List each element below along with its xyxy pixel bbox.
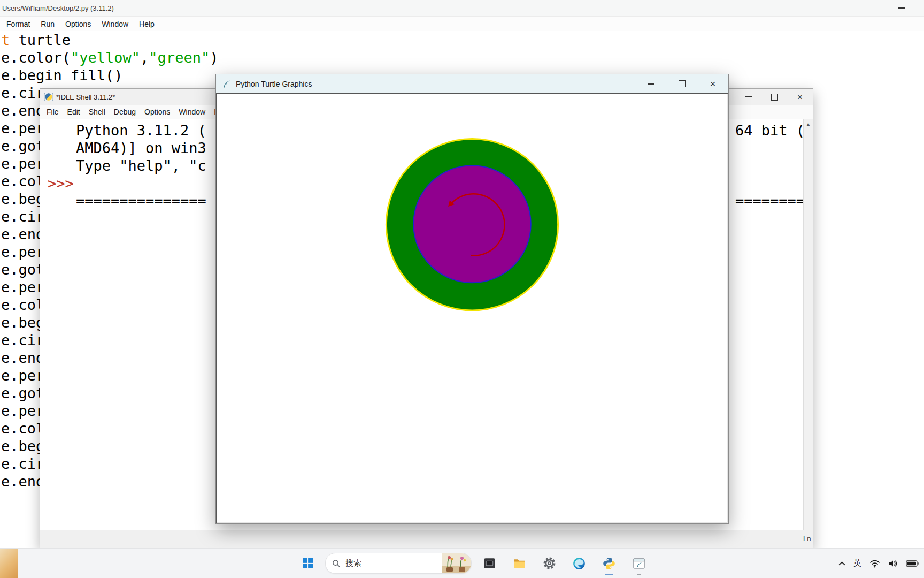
gear-icon [543, 557, 556, 570]
taskbar-icon-dark-app[interactable] [477, 551, 502, 576]
turtle-drawing [217, 94, 727, 522]
editor-menubar: FormatRunOptionsWindowHelp [0, 17, 924, 31]
tk-window-icon [632, 557, 646, 571]
taskbar-corner-widget[interactable] [0, 549, 18, 578]
volume-icon[interactable] [888, 559, 898, 568]
idle-app-icon [44, 93, 53, 101]
editor-title: Users/Wil'liam/Desktop/2.py (3.11.2) [2, 4, 114, 12]
editor-menu-format[interactable]: Format [1, 18, 35, 30]
taskbar-center: 搜索 [295, 549, 651, 578]
battery-icon[interactable] [906, 560, 919, 567]
shell-menu-window[interactable]: Window [174, 107, 210, 117]
shell-maximize-button[interactable] [761, 89, 787, 105]
running-indicator [605, 574, 613, 575]
editor-minimize-button[interactable] [890, 0, 913, 16]
editor-menu-window[interactable]: Window [96, 18, 134, 30]
start-button[interactable] [295, 551, 320, 576]
shell-menu-shell[interactable]: Shell [84, 107, 110, 117]
taskbar-icon-edge[interactable] [567, 551, 591, 576]
turtle-canvas [216, 93, 728, 523]
taskbar-icon-settings[interactable] [537, 551, 561, 576]
shell-menu-debug[interactable]: Debug [110, 107, 140, 117]
search-input[interactable]: 搜索 [345, 558, 442, 568]
windows-logo-icon [303, 558, 313, 568]
shell-line-col-status: Ln [803, 535, 811, 543]
dark-app-icon [483, 557, 496, 570]
turtle-close-button[interactable]: × [697, 74, 728, 93]
python-icon [602, 557, 616, 571]
editor-menu-run[interactable]: Run [35, 18, 60, 30]
search-highlight-image[interactable] [442, 553, 471, 573]
search-icon [332, 559, 341, 568]
shell-prompt: >>> [48, 174, 74, 192]
scroll-up-icon[interactable]: ▲ [804, 119, 813, 127]
shell-title: *IDLE Shell 3.11.2* [56, 93, 115, 101]
desktop: Users/Wil'liam/Desktop/2.py (3.11.2) For… [0, 0, 924, 578]
shell-menu-edit[interactable]: Edit [63, 107, 84, 117]
ime-language-indicator[interactable]: 英 [853, 558, 861, 568]
turtle-minimize-button[interactable] [635, 74, 666, 93]
editor-titlebar[interactable]: Users/Wil'liam/Desktop/2.py (3.11.2) [0, 0, 924, 17]
shell-menu-options[interactable]: Options [140, 107, 174, 117]
running-indicator [637, 574, 641, 575]
turtle-window-title: Python Turtle Graphics [236, 80, 312, 88]
turtle-maximize-button[interactable] [666, 74, 697, 93]
shell-close-button[interactable]: × [787, 89, 813, 105]
close-icon: × [710, 79, 715, 89]
search-box[interactable]: 搜索 [325, 553, 472, 574]
close-icon: × [797, 93, 803, 102]
shell-statusbar: Ln [40, 530, 813, 548]
taskbar: 搜索 [0, 548, 924, 578]
shell-menu-file[interactable]: File [42, 107, 63, 117]
wifi-icon[interactable] [869, 559, 880, 568]
editor-code-line: t turtle [1, 31, 924, 49]
maximize-icon [771, 94, 778, 101]
edge-browser-icon [572, 557, 586, 571]
minimize-icon [648, 83, 654, 85]
shell-scrollbar[interactable]: ▲ [803, 119, 813, 530]
maximize-icon [679, 80, 686, 87]
taskbar-icon-python[interactable] [597, 551, 621, 576]
minimize-icon [898, 7, 905, 9]
editor-code-line: e.color("yellow","green") [1, 49, 924, 66]
folder-icon [513, 557, 526, 570]
tray-chevron-up-icon[interactable] [838, 561, 845, 566]
minimize-icon [745, 96, 752, 97]
taskbar-icon-file-explorer[interactable] [507, 551, 532, 576]
purple-circle [413, 165, 531, 283]
taskbar-icon-turtle-window[interactable] [627, 551, 651, 576]
system-tray: 英 [838, 549, 919, 578]
editor-menu-options[interactable]: Options [60, 18, 96, 30]
turtle-graphics-window: Python Turtle Graphics × [215, 74, 729, 524]
editor-menu-help[interactable]: Help [134, 18, 160, 30]
shell-minimize-button[interactable] [736, 89, 761, 105]
tk-feather-icon [222, 79, 232, 89]
